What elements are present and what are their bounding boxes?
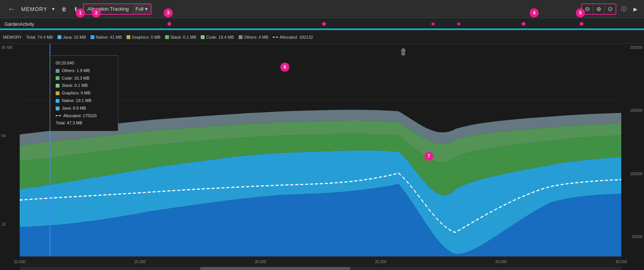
tooltip-others: Others: 1.9 MB — [56, 67, 113, 75]
save-button[interactable]: ⬆ — [72, 5, 80, 14]
tooltip-allocated: Allocated: 175520 — [56, 112, 113, 120]
tooltip: 00:20.845 Others: 1.9 MB Code: 16.3 MB S… — [50, 55, 118, 131]
tooltip-code: Code: 16.3 MB — [56, 75, 113, 82]
stat-graphics: Graphics: 0 MB — [127, 35, 161, 39]
stack-swatch — [165, 35, 169, 39]
allocated-label: Allocated: 182132 — [280, 35, 313, 39]
stat-others: Others: 4 MB — [239, 35, 269, 39]
y-axis-left: 96 MB 64 32 — [0, 44, 20, 270]
others-label: Others: 4 MB — [244, 35, 269, 39]
stat-stack: Stack: 0.1 MB — [165, 35, 196, 39]
stats-row: MEMORY Total: 74.4 MB Java: 10 MB Native… — [0, 30, 644, 44]
native-swatch — [91, 35, 94, 39]
y-axis-right: 200000 150000 100000 50000 — [621, 44, 644, 270]
chart-trash-icon[interactable]: 🗑 — [400, 47, 406, 57]
stat-java: Java: 10 MB — [58, 35, 86, 39]
graphics-swatch — [127, 35, 130, 39]
event-dot-2 — [322, 22, 326, 26]
activity-name: GardenActivity — [5, 22, 34, 27]
x-tick-30: 30.000 — [255, 260, 266, 264]
scrollbar-track[interactable] — [20, 267, 621, 270]
tooltip-time: 00:20.845 — [56, 60, 113, 67]
java-label: Java: 10 MB — [63, 35, 86, 39]
event-dot-4 — [457, 22, 460, 25]
chart-svg-wrapper: 🗑 00:20.845 Others: 1.9 MB Code — [20, 44, 621, 270]
tooltip-native: Native: 19.1 MB — [56, 97, 113, 105]
tooltip-java: Java: 9.9 MB — [56, 105, 113, 112]
memory-dropdown[interactable]: ▼ — [50, 6, 56, 13]
activity-row: GardenActivity — [0, 18, 644, 30]
main-content: GardenActivity MEMORY Total: 74.4 MB Jav… — [0, 18, 644, 270]
info-button[interactable]: ⓘ — [619, 4, 628, 14]
delete-button[interactable]: 🗑 — [59, 5, 69, 14]
event-dot-1 — [167, 22, 171, 26]
allocated-dash — [273, 37, 278, 38]
x-axis: 20.000 25.000 30.000 35.000 40.000 45.00… — [20, 256, 621, 267]
activity-timeline-bar — [0, 28, 644, 30]
event-dot-5 — [522, 22, 525, 26]
x-tick-25: 25.000 — [134, 260, 146, 264]
graphics-label: Graphics: 0 MB — [132, 35, 161, 39]
back-button[interactable]: ← — [5, 3, 18, 15]
stat-code: Code: 19.4 MB — [201, 35, 234, 39]
tooltip-total: Total: 47.3 MB — [56, 119, 113, 127]
allocation-tracking-box: Allocation Tracking Full ▾ — [83, 3, 152, 15]
memory-label: MEMORY — [3, 35, 22, 39]
chart-area[interactable]: 96 MB 64 32 200000 150000 100000 50000 — [0, 44, 644, 270]
code-swatch — [201, 35, 205, 39]
stat-total: Total: 74.4 MB — [26, 35, 53, 39]
zoom-controls: ⊖ ⊕ ⊙ — [581, 3, 616, 15]
tooltip-graphics: Graphics: 0 MB — [56, 89, 113, 97]
toolbar: ← MEMORY ▼ 🗑 ⬆ Allocation Tracking Full … — [0, 0, 644, 18]
zoom-fit-button[interactable]: ⊙ — [605, 4, 616, 14]
play-button[interactable]: ▶ — [631, 5, 639, 14]
stat-allocated: Allocated: 182132 — [273, 35, 313, 39]
others-swatch — [239, 35, 242, 39]
tooltip-stack: Stack: 0.1 MB — [56, 82, 113, 89]
code-label: Code: 19.4 MB — [206, 35, 234, 39]
total-label: Total: 74.4 MB — [26, 35, 53, 39]
native-label: Native: 41 MB — [96, 35, 122, 39]
allocation-tracking-dropdown[interactable]: Full ▾ — [133, 4, 151, 14]
event-dot-3 — [431, 22, 435, 25]
memory-title: MEMORY — [21, 6, 47, 12]
x-tick-35: 35.000 — [375, 260, 387, 264]
zoom-in-button[interactable]: ⊕ — [593, 4, 605, 14]
scrollbar-thumb[interactable] — [200, 267, 350, 270]
stat-native: Native: 41 MB — [91, 35, 122, 39]
x-tick-40: 40.000 — [495, 260, 507, 264]
stack-label: Stack: 0.1 MB — [170, 35, 196, 39]
event-dot-6 — [580, 22, 583, 26]
zoom-out-button[interactable]: ⊖ — [582, 4, 593, 14]
allocation-tracking-label: Allocation Tracking — [84, 4, 133, 14]
java-swatch — [58, 35, 61, 39]
